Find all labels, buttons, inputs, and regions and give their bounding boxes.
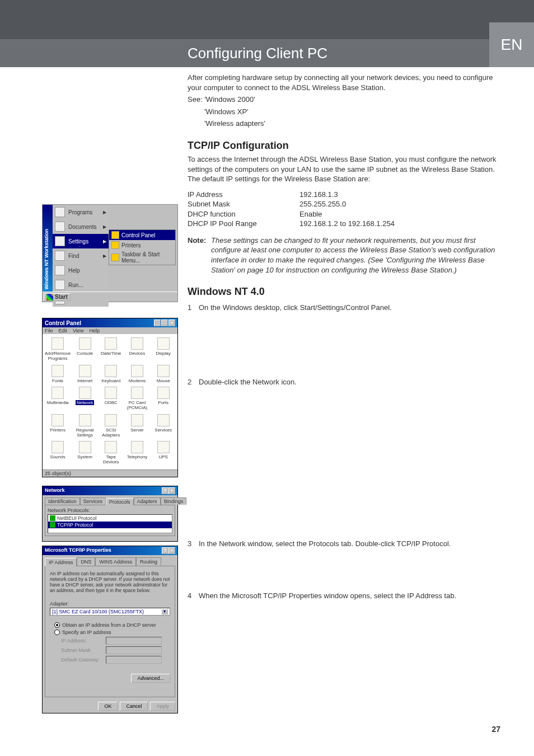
ok-button[interactable]: OK — [98, 702, 118, 711]
controlpanel-item[interactable]: UPS — [151, 441, 175, 466]
controlpanel-item[interactable]: Keyboard — [99, 365, 123, 385]
tcpip-paragraph: To access the Internet through the ADSL … — [188, 154, 501, 184]
controlpanel-item[interactable]: Add/Remove Programs — [45, 337, 71, 363]
applet-icon — [51, 387, 64, 399]
controlpanel-item[interactable]: ODBC — [99, 387, 123, 412]
close-icon[interactable]: × — [168, 487, 175, 494]
tab[interactable]: WINS Address — [95, 557, 136, 566]
controlpanel-item[interactable]: Fonts — [45, 365, 71, 385]
tab[interactable]: DNS — [77, 557, 95, 566]
taskbar: Start — [43, 292, 177, 302]
protocol-item[interactable]: TCP/IP Protocol — [48, 522, 172, 528]
controlpanel-item[interactable]: System — [73, 441, 97, 466]
submenu-item[interactable]: Printers — [109, 240, 175, 250]
apply-button[interactable]: Apply — [150, 702, 175, 711]
minimize-icon[interactable]: _ — [154, 320, 161, 326]
controlpanel-item[interactable]: Ports — [151, 387, 175, 412]
menu-item[interactable]: View — [73, 328, 83, 334]
submenu-item[interactable]: Control Panel — [109, 230, 175, 240]
controlpanel-item[interactable]: Internet — [73, 365, 97, 385]
controlpanel-item[interactable]: Services — [151, 414, 175, 439]
note-block: Note: These settings can be changed to f… — [188, 236, 501, 275]
controlpanel-item[interactable]: SCSI Adapters — [99, 414, 123, 439]
menu-item-icon — [55, 251, 65, 261]
controlpanel-item[interactable]: Network — [73, 387, 97, 412]
applet-icon — [105, 441, 117, 453]
controlpanel-item[interactable]: Devices — [125, 337, 149, 363]
applet-icon — [79, 414, 91, 426]
tab[interactable]: IP Address — [45, 558, 77, 566]
start-button[interactable]: Start — [44, 293, 71, 301]
controlpanel-item[interactable]: Sounds — [45, 441, 71, 466]
controlpanel-item[interactable]: Modems — [125, 365, 149, 385]
help-icon[interactable]: ? — [162, 487, 168, 494]
help-icon[interactable]: ? — [162, 547, 168, 554]
controlpanel-item[interactable]: Display — [151, 337, 175, 363]
step-4: 4 When the Microsoft TCP/IP Properties w… — [188, 591, 501, 601]
startmenu-item[interactable]: Run... — [53, 278, 109, 292]
folder-icon — [111, 231, 119, 239]
adapter-combobox[interactable]: [1] SMC EZ Card 10/100 (SMC1255FTX) ▼ — [50, 608, 170, 616]
submenu-arrow-icon: ▶ — [103, 224, 106, 229]
controlpanel-grid: Add/Remove ProgramsConsoleDate/TimeDevic… — [43, 334, 177, 469]
cancel-button[interactable]: Cancel — [120, 702, 148, 711]
tab[interactable]: Bindings — [161, 497, 187, 505]
menu-item[interactable]: Help — [89, 328, 100, 334]
tab[interactable]: Protocols — [106, 498, 134, 505]
tcpip-titlebar: Microsoft TCP/IP Properties ? × — [43, 546, 177, 555]
controlpanel-item[interactable]: PC Card (PCMCIA) — [125, 387, 149, 412]
startmenu-item[interactable]: Documents▶ — [53, 219, 109, 234]
protocol-item[interactable]: NetBEUI Protocol — [48, 515, 172, 522]
radio-specify-ip[interactable]: Specify an IP address — [54, 630, 170, 635]
close-icon[interactable]: × — [168, 320, 175, 326]
chevron-down-icon[interactable]: ▼ — [161, 609, 168, 614]
maximize-icon[interactable]: □ — [161, 320, 168, 326]
controlpanel-item[interactable]: Tape Devices — [99, 441, 123, 466]
step-3: 3 In the Network window, select the Prot… — [188, 539, 501, 549]
language-tag: EN — [489, 22, 534, 67]
title-band: Configuring Client PC EN — [0, 39, 534, 67]
controlpanel-item[interactable]: Multimedia — [45, 387, 71, 412]
controlpanel-item[interactable]: Regional Settings — [73, 414, 97, 439]
step-1: 1 On the Windows desktop, click Start/Se… — [188, 303, 501, 313]
applet-icon — [157, 441, 170, 453]
default-gateway-field: Default Gateway: — [61, 656, 170, 664]
adapter-label: Adapter: — [50, 601, 170, 607]
controlpanel-item[interactable]: Server — [125, 414, 149, 439]
menu-item[interactable]: File — [45, 328, 53, 334]
advanced-button[interactable]: Advanced... — [131, 674, 170, 683]
tab[interactable]: Services — [80, 497, 106, 505]
figure-tcpip-properties: Microsoft TCP/IP Properties ? × IP Addre… — [42, 546, 178, 713]
controlpanel-item[interactable]: Mouse — [151, 365, 175, 385]
controlpanel-menubar[interactable]: FileEditViewHelp — [43, 327, 177, 334]
close-icon[interactable]: × — [168, 547, 175, 554]
applet-icon — [131, 365, 143, 377]
startmenu-item[interactable]: Programs▶ — [53, 205, 109, 219]
folder-icon — [111, 241, 119, 249]
protocols-listbox[interactable]: NetBEUI ProtocolTCP/IP Protocol — [48, 514, 172, 533]
controlpanel-item[interactable]: Printers — [45, 414, 71, 439]
controlpanel-item[interactable]: Telephony — [125, 441, 149, 466]
radio-obtain-dhcp[interactable]: Obtain an IP address from a DHCP server — [54, 622, 170, 628]
menu-item[interactable]: Edit — [59, 328, 68, 334]
controlpanel-item[interactable]: Date/Time — [99, 337, 123, 363]
tab[interactable]: Routing — [136, 557, 161, 566]
step-2: 2 Double-click the Network icon. — [188, 377, 501, 387]
tab[interactable]: Identification — [45, 497, 80, 505]
page-number: 27 — [491, 725, 500, 734]
startmenu-item[interactable]: Find▶ — [53, 248, 109, 263]
windows-flag-icon — [46, 294, 53, 300]
ip-settings-table: IP Address192.168.1.3 Subnet Mask255.255… — [188, 190, 501, 229]
subnet-mask-field: Subnet Mask: — [61, 646, 170, 654]
figure-network-dialog: Network ? × IdentificationServicesProtoc… — [42, 486, 178, 542]
tab[interactable]: Adapters — [134, 497, 161, 505]
applet-icon — [131, 337, 143, 350]
submenu-item[interactable]: Taskbar & Start Menu... — [109, 250, 175, 265]
applet-icon — [79, 441, 91, 453]
submenu-arrow-icon: ▶ — [103, 253, 106, 259]
controlpanel-item[interactable]: Console — [73, 337, 97, 363]
startmenu-item[interactable]: Help — [53, 263, 109, 278]
startmenu-item[interactable]: Settings▶ — [53, 234, 109, 248]
ip-address-field: IP Address: — [61, 637, 170, 645]
folder-icon — [111, 253, 119, 261]
